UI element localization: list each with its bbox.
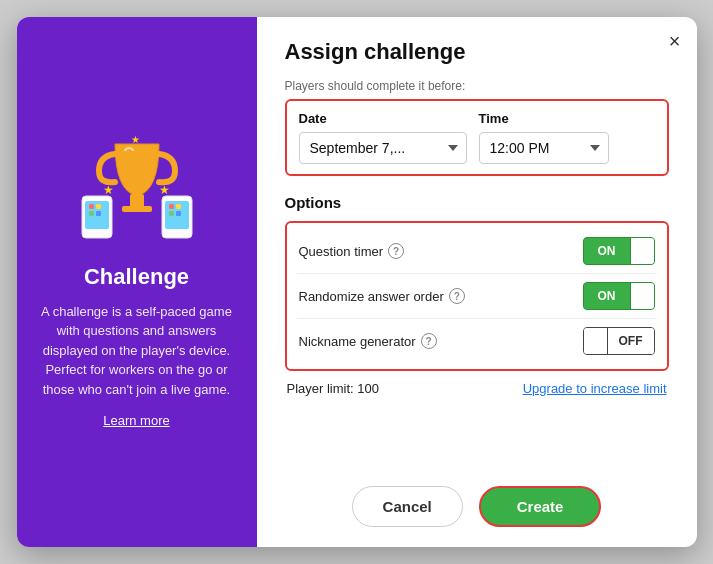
toggle-thumb (630, 238, 654, 264)
time-select[interactable]: 12:00 PM (479, 132, 609, 164)
nickname-help-icon[interactable]: ? (421, 333, 437, 349)
toggle-on-label: ON (584, 283, 630, 309)
svg-rect-13 (122, 206, 152, 212)
trophy-illustration: ★ ★ ★ (77, 136, 197, 246)
svg-rect-5 (96, 211, 101, 216)
toggle-thumb (584, 328, 608, 354)
nickname-label: Nickname generator ? (299, 333, 437, 349)
left-panel: ★ ★ ★ Challenge A challenge is a self-pa… (17, 17, 257, 547)
svg-text:★: ★ (131, 136, 140, 145)
toggle-thumb (630, 283, 654, 309)
date-time-box: Date Time September 7,... 12:00 PM (285, 99, 669, 176)
question-timer-help-icon[interactable]: ? (388, 243, 404, 259)
options-box: Question timer ? ON Randomize answer ord… (285, 221, 669, 371)
randomize-help-icon[interactable]: ? (449, 288, 465, 304)
time-column-header: Time (479, 111, 509, 126)
svg-text:★: ★ (103, 183, 114, 197)
toggle-on-label: ON (584, 238, 630, 264)
date-column-header: Date (299, 111, 479, 126)
challenge-title: Challenge (84, 264, 189, 290)
option-row-randomize: Randomize answer order ? ON (297, 274, 657, 319)
player-limit-row: Player limit: 100 Upgrade to increase li… (285, 381, 669, 396)
challenge-description: A challenge is a self-paced game with qu… (37, 302, 237, 400)
svg-rect-10 (169, 211, 174, 216)
svg-text:★: ★ (159, 183, 170, 197)
toggle-off-label: OFF (608, 328, 654, 354)
close-button[interactable]: × (669, 31, 681, 51)
randomize-label: Randomize answer order ? (299, 288, 465, 304)
learn-more-link[interactable]: Learn more (103, 413, 169, 428)
date-select[interactable]: September 7,... (299, 132, 467, 164)
player-limit-label: Player limit: 100 (287, 381, 379, 396)
option-row-nickname: Nickname generator ? OFF (297, 319, 657, 363)
svg-rect-3 (96, 204, 101, 209)
svg-rect-8 (169, 204, 174, 209)
randomize-toggle[interactable]: ON (583, 282, 655, 310)
svg-rect-4 (89, 211, 94, 216)
create-button[interactable]: Create (479, 486, 602, 527)
question-timer-toggle[interactable]: ON (583, 237, 655, 265)
options-title: Options (285, 194, 669, 211)
svg-rect-2 (89, 204, 94, 209)
svg-rect-9 (176, 204, 181, 209)
right-panel: × Assign challenge Players should comple… (257, 17, 697, 547)
deadline-label: Players should complete it before: (285, 79, 669, 93)
cancel-button[interactable]: Cancel (352, 486, 463, 527)
options-section: Options Question timer ? ON Ra (285, 194, 669, 412)
dialog-title: Assign challenge (285, 39, 669, 65)
footer-buttons: Cancel Create (285, 486, 669, 527)
upgrade-link[interactable]: Upgrade to increase limit (523, 381, 667, 396)
question-timer-label: Question timer ? (299, 243, 405, 259)
svg-rect-11 (176, 211, 181, 216)
option-row-question-timer: Question timer ? ON (297, 229, 657, 274)
nickname-toggle[interactable]: OFF (583, 327, 655, 355)
svg-rect-12 (130, 194, 144, 208)
